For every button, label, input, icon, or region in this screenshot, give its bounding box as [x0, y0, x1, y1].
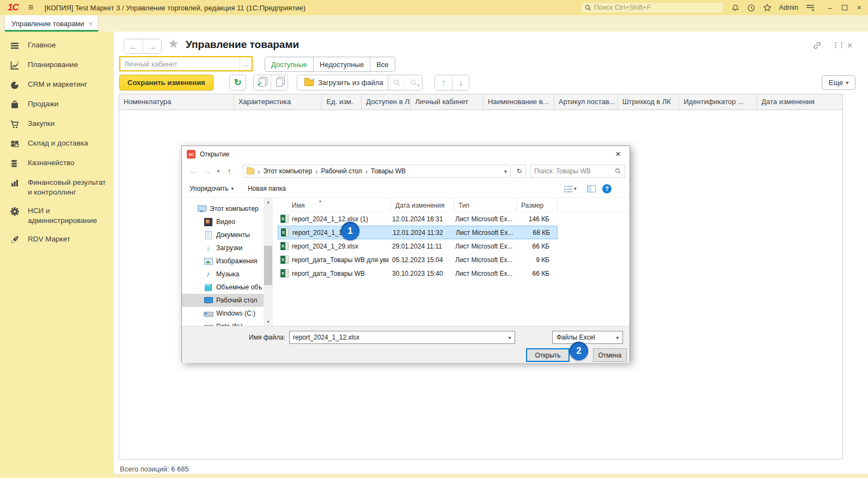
- file-column-date[interactable]: Дата изменения: [391, 199, 454, 211]
- sidebar-item-rdv-market[interactable]: RDV Маркет: [0, 233, 114, 246]
- notifications-bell-icon[interactable]: [731, 4, 739, 12]
- file-row[interactable]: Xreport_дата_Товары WB для уведомлен... …: [278, 253, 558, 267]
- file-row[interactable]: Xreport_2024_1_29.xlsx 29.01.2024 11:11 …: [278, 239, 558, 253]
- forward-button[interactable]: →: [143, 39, 161, 53]
- history-clock-icon[interactable]: [747, 4, 755, 12]
- file-column-size[interactable]: Размер: [517, 199, 558, 211]
- global-search-input[interactable]: [594, 4, 720, 11]
- sidebar-item-crm[interactable]: CRM и маркетинг: [0, 78, 114, 91]
- breadcrumb-desktop[interactable]: Рабочий стол: [321, 167, 362, 175]
- segment-all[interactable]: Все: [370, 57, 394, 71]
- column-header[interactable]: Дата изменения: [757, 94, 842, 110]
- global-search[interactable]: [581, 2, 724, 13]
- sidebar-item-warehouse[interactable]: Склад и доставка: [0, 137, 114, 150]
- more-actions-button[interactable]: Еще ▾: [822, 75, 855, 90]
- scroll-down-icon[interactable]: ▾: [264, 318, 273, 326]
- scroll-up-icon[interactable]: ▴: [264, 198, 273, 206]
- dialog-search-input[interactable]: [534, 167, 613, 175]
- close-page-icon[interactable]: ×: [847, 41, 852, 51]
- user-menu[interactable]: Admin: [779, 4, 798, 11]
- segment-available[interactable]: Доступные: [265, 57, 313, 71]
- tree-item-music[interactable]: ♪Музыка: [182, 268, 264, 281]
- dialog-up-button[interactable]: ↑: [222, 165, 236, 178]
- tree-item-video[interactable]: Видео: [182, 215, 264, 228]
- clear-flags-button[interactable]: [271, 75, 288, 90]
- get-link-icon[interactable]: [812, 41, 822, 52]
- dialog-forward-button[interactable]: →: [200, 165, 215, 178]
- load-from-file-button[interactable]: ↑ Загрузить из файла: [297, 75, 391, 90]
- recent-locations-icon[interactable]: ▾: [215, 165, 222, 178]
- file-column-name[interactable]: Имя: [276, 199, 391, 211]
- personal-cabinet-input[interactable]: [120, 57, 240, 70]
- tree-item-windows-c[interactable]: Windows (C:): [182, 307, 264, 320]
- dialog-back-button[interactable]: ←: [186, 165, 200, 178]
- column-header[interactable]: Идентификатор ...: [679, 94, 757, 110]
- segment-unavailable[interactable]: Недоступные: [313, 57, 370, 71]
- main-menu-icon[interactable]: ≡: [28, 2, 34, 13]
- sidebar-item-sales[interactable]: Продажи: [0, 98, 114, 111]
- maximize-button[interactable]: [842, 5, 847, 10]
- save-changes-button[interactable]: Сохранить изменения: [119, 75, 213, 90]
- scrollbar-thumb[interactable]: [264, 246, 272, 285]
- tree-item-data-n[interactable]: Data (N:): [182, 320, 264, 326]
- change-view-button[interactable]: ▾: [564, 185, 577, 192]
- sidebar-item-planning[interactable]: Планирование: [0, 59, 114, 71]
- find-button[interactable]: [388, 75, 405, 90]
- dialog-search-box[interactable]: [530, 165, 625, 178]
- file-row[interactable]: Xreport_2024_1_12.xlsx (1) 12.01.2024 16…: [278, 212, 558, 226]
- tab-close-icon[interactable]: ×: [89, 20, 93, 28]
- sidebar-item-purchases[interactable]: Закупки: [0, 118, 114, 130]
- new-folder-button[interactable]: Новая папка: [248, 185, 286, 192]
- filename-input[interactable]: [290, 334, 505, 341]
- cancel-button[interactable]: Отмена: [593, 348, 627, 362]
- tree-item-this-pc[interactable]: Этот компьютер: [182, 202, 264, 215]
- add-to-favorites-star-icon[interactable]: ★: [168, 37, 179, 51]
- sidebar-item-treasury[interactable]: Казначейство: [0, 157, 114, 170]
- move-up-button[interactable]: ↑: [435, 75, 452, 90]
- breadcrumb-this-pc[interactable]: Этот компьютер: [263, 167, 312, 175]
- more-menu-icon[interactable]: ⋮⋮: [832, 41, 844, 49]
- cancel-find-button[interactable]: ×: [405, 75, 422, 90]
- organize-button[interactable]: Упорядочить ▾: [190, 185, 234, 192]
- column-header[interactable]: Штрихкод в ЛК: [618, 94, 680, 110]
- tree-item-3d-objects[interactable]: Объемные объ: [182, 281, 264, 294]
- caret-down-icon[interactable]: ▾: [505, 335, 515, 341]
- move-down-button[interactable]: ↓: [452, 75, 469, 90]
- back-button[interactable]: ←: [124, 39, 143, 53]
- open-button[interactable]: Открыть: [526, 348, 570, 362]
- column-header[interactable]: Номенклатура: [119, 94, 234, 110]
- file-row[interactable]: Xreport_дата_Товары WB 30.10.2023 15:40 …: [278, 267, 558, 280]
- tree-item-pictures[interactable]: Изображения: [182, 255, 264, 268]
- column-header[interactable]: Личный кабинет: [411, 94, 484, 110]
- file-column-type[interactable]: Тип: [454, 199, 517, 211]
- address-caret-down-icon[interactable]: ▾: [504, 168, 507, 174]
- dialog-refresh-button[interactable]: ↻: [513, 165, 526, 178]
- favorites-star-icon[interactable]: [763, 3, 772, 12]
- sidebar-item-administration[interactable]: НСИ и администрирование: [0, 205, 114, 226]
- tree-item-desktop[interactable]: Рабочий стол: [182, 294, 264, 307]
- breadcrumb-tovary-wb[interactable]: Товары WB: [371, 167, 406, 175]
- tree-item-downloads[interactable]: ↓Загрузки: [182, 241, 264, 255]
- breadcrumb[interactable]: › Этот компьютер › Рабочий стол › Товары…: [243, 165, 511, 178]
- file-row-selected[interactable]: Xreport_2024_1_12.xlsx 12.01.2024 11:32 …: [278, 226, 558, 239]
- refresh-button[interactable]: ↻: [229, 75, 246, 90]
- tab-goods-management[interactable]: Управление товарами ×: [4, 15, 99, 32]
- tree-scrollbar[interactable]: ▴ ▾: [264, 198, 273, 326]
- preview-pane-button[interactable]: [587, 185, 596, 192]
- column-header[interactable]: Ед. изм.: [322, 94, 362, 110]
- help-button[interactable]: ?: [602, 184, 612, 193]
- dialog-close-button[interactable]: ×: [607, 146, 629, 162]
- column-header[interactable]: Характеристика: [234, 94, 322, 110]
- column-header[interactable]: Наименование в...: [484, 94, 554, 110]
- sidebar-item-main[interactable]: Главное: [0, 39, 114, 52]
- column-header[interactable]: Доступен в ЛК: [362, 94, 411, 110]
- tree-item-documents[interactable]: Документы: [182, 228, 264, 241]
- choose-value-button[interactable]: ...: [240, 57, 252, 70]
- filetype-select[interactable]: Файлы Excel ▾: [552, 331, 623, 344]
- service-menu-icon[interactable]: [806, 4, 815, 11]
- close-window-button[interactable]: ×: [857, 4, 861, 11]
- sidebar-item-finance[interactable]: Финансовый результат и контроллинг: [0, 177, 114, 198]
- set-flags-button[interactable]: ✓: [254, 75, 271, 90]
- minimize-button[interactable]: –: [828, 4, 832, 11]
- column-header[interactable]: Артикул постав...: [554, 94, 618, 110]
